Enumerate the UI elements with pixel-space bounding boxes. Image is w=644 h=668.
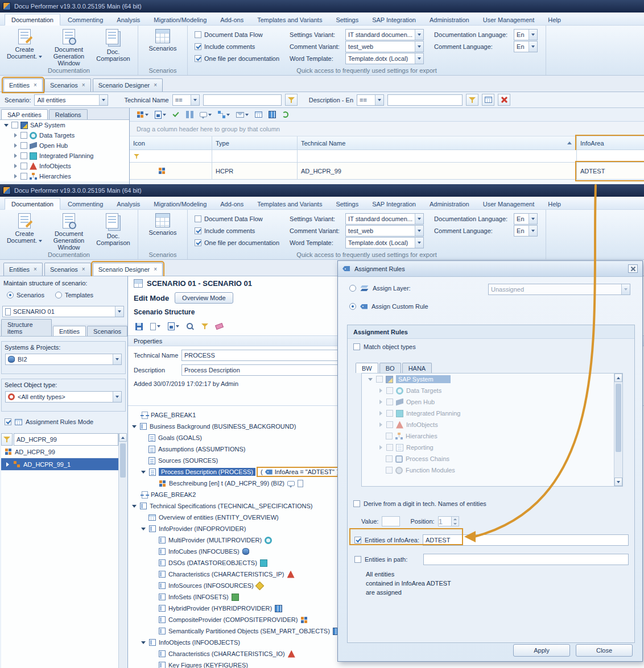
- create-document-button[interactable]: Create Document.: [2, 27, 47, 60]
- comment-language-select[interactable]: En: [514, 225, 538, 237]
- documentation-language-select[interactable]: En: [514, 29, 538, 40]
- checkbox-icon[interactable]: [20, 152, 27, 159]
- tab-entities[interactable]: Entities: [53, 326, 86, 336]
- comment-button[interactable]: [198, 111, 213, 118]
- ribbon-tab-administration[interactable]: Administration: [423, 198, 476, 209]
- scenario-select[interactable]: SCENARIO 01: [2, 306, 124, 317]
- ribbon-tab-sap-integration[interactable]: SAP Integration: [366, 198, 422, 209]
- expand-icon[interactable]: [13, 153, 18, 159]
- doc-tab-scenario-designer[interactable]: Scenario Designer ×: [93, 263, 163, 276]
- tree-item-data-targets[interactable]: Data Targets: [0, 130, 129, 140]
- grid-view-button[interactable]: [253, 110, 264, 119]
- entity-list-item-selected[interactable]: AD_HCPR_99_1: [1, 458, 118, 471]
- save-button[interactable]: [134, 322, 145, 331]
- document-generation-window-button[interactable]: Document Generation Window: [47, 27, 91, 67]
- ribbon-tab-commenting[interactable]: Commenting: [61, 14, 109, 25]
- filter-cell-infoarea[interactable]: [577, 150, 644, 163]
- tree-item-infoobjects[interactable]: InfoObjects: [0, 161, 129, 171]
- clear-structure-filter-button[interactable]: [214, 323, 225, 330]
- entity-list-scrollbar[interactable]: [118, 433, 127, 668]
- tree-item-open-hub[interactable]: Open Hub: [0, 140, 129, 151]
- word-template-select[interactable]: Template.dotx (Local): [345, 237, 424, 248]
- ribbon-tab-help[interactable]: Help: [542, 14, 567, 25]
- ribbon-tab-commenting[interactable]: Commenting: [61, 198, 109, 209]
- assignment-rule-chip[interactable]: ( InfoArea = "ADTEST" ): [258, 468, 341, 475]
- data-flow-button[interactable]: [216, 110, 232, 119]
- create-document-button[interactable]: Create Document.: [2, 211, 47, 244]
- doc-tab-scenarios[interactable]: Scenarios ×: [44, 78, 91, 92]
- dropdown-caret-icon[interactable]: [415, 53, 423, 64]
- doc-tab-scenario-designer[interactable]: Scenario Designer ×: [93, 78, 163, 92]
- include-comments-checkbox[interactable]: Include comments: [195, 42, 279, 51]
- copy-structure-button[interactable]: [166, 321, 181, 331]
- object-type-select[interactable]: <All entity types>: [5, 391, 122, 403]
- dropdown-caret-icon[interactable]: [415, 226, 423, 236]
- checkbox-icon[interactable]: [20, 142, 27, 149]
- checkbox-icon[interactable]: [20, 173, 27, 180]
- filter-button[interactable]: [466, 94, 478, 106]
- doc-tab-scenarios[interactable]: Scenarios ×: [44, 263, 91, 276]
- dropdown-caret-icon[interactable]: [415, 214, 423, 224]
- comment-variant-select[interactable]: test_web: [345, 41, 424, 52]
- close-tab-icon[interactable]: ×: [82, 82, 85, 88]
- dropdown-caret-icon[interactable]: [529, 226, 537, 236]
- filter-cell-technical-name[interactable]: [298, 150, 577, 163]
- checkbox-icon[interactable]: [11, 122, 18, 128]
- expand-icon[interactable]: [5, 462, 10, 467]
- checkbox-icon[interactable]: [20, 163, 27, 169]
- entity-filter-input[interactable]: [14, 433, 118, 446]
- ribbon-tab-administration[interactable]: Administration: [423, 14, 476, 25]
- tree-scrollbar[interactable]: [614, 374, 622, 486]
- apply-button[interactable]: Apply: [513, 644, 570, 657]
- tree-item-integrated-planning[interactable]: Integrated Planning: [0, 151, 129, 161]
- close-tab-icon[interactable]: ×: [154, 267, 157, 272]
- one-file-per-documentation-checkbox[interactable]: One file per documentation: [195, 54, 279, 63]
- filter-editor-button[interactable]: [482, 94, 494, 106]
- dropdown-caret-icon[interactable]: [529, 30, 537, 40]
- collapse-icon[interactable]: [141, 526, 146, 532]
- ribbon-tab-add-ons[interactable]: Add-ons: [214, 14, 250, 25]
- tab-sap-entities[interactable]: SAP entities: [1, 109, 48, 119]
- expand-icon[interactable]: [13, 173, 18, 179]
- position-input[interactable]: [438, 516, 452, 526]
- dropdown-caret-icon[interactable]: [415, 30, 423, 40]
- collapse-icon[interactable]: [131, 424, 137, 429]
- spin-up-icon[interactable]: [452, 517, 459, 521]
- assign-layer-radio[interactable]: Assign Layer:: [349, 285, 411, 292]
- dropdown-caret-icon[interactable]: [99, 95, 108, 105]
- scenarios-radio[interactable]: Scenarios: [7, 292, 44, 298]
- collapse-icon[interactable]: [131, 503, 137, 509]
- document-data-flow-checkbox[interactable]: Document Data Flow: [195, 30, 279, 39]
- ribbon-tab-user-management[interactable]: User Management: [477, 198, 541, 209]
- one-file-per-documentation-checkbox[interactable]: One file per documentation: [195, 238, 279, 247]
- tab-bw[interactable]: BW: [356, 363, 378, 373]
- doc-comparison-button[interactable]: Doc. Comparison: [91, 27, 135, 62]
- expand-icon[interactable]: [13, 132, 18, 138]
- ribbon-tab-settings[interactable]: Settings: [329, 198, 365, 209]
- collapse-icon[interactable]: [141, 469, 146, 475]
- column-header-icon[interactable]: Icon: [130, 136, 212, 150]
- ribbon-tab-help[interactable]: Help: [542, 198, 567, 209]
- position-stepper[interactable]: [438, 516, 459, 526]
- dropdown-caret-icon[interactable]: [529, 42, 537, 52]
- path-input[interactable]: [423, 554, 629, 565]
- mail-button[interactable]: [234, 111, 250, 119]
- settings-variant-select[interactable]: IT standard documen...: [345, 213, 424, 225]
- refresh-button[interactable]: [280, 110, 290, 119]
- ribbon-tab-templates-variants[interactable]: Templates and Variants: [251, 198, 328, 209]
- scroll-down-icon[interactable]: [614, 478, 622, 486]
- column-header-technical-name[interactable]: Technical Name: [298, 136, 577, 150]
- match-object-types-checkbox[interactable]: Match object types: [353, 343, 416, 350]
- apply-filter-button[interactable]: [285, 94, 298, 106]
- doc-tab-entities[interactable]: Entities ×: [3, 78, 43, 92]
- settings-variant-select[interactable]: IT standard documen...: [345, 29, 424, 40]
- technical-name-filter-input[interactable]: [203, 94, 282, 106]
- document-data-flow-checkbox[interactable]: Document Data Flow: [195, 214, 279, 223]
- collapse-icon[interactable]: [141, 640, 146, 645]
- spin-down-icon[interactable]: [452, 521, 459, 526]
- checkbox-icon[interactable]: [20, 132, 27, 139]
- doc-comparison-button[interactable]: Doc. Comparison: [91, 211, 135, 246]
- checkbox-icon[interactable]: [354, 537, 361, 543]
- collapse-icon[interactable]: [3, 122, 9, 128]
- scroll-up-icon[interactable]: [119, 433, 127, 442]
